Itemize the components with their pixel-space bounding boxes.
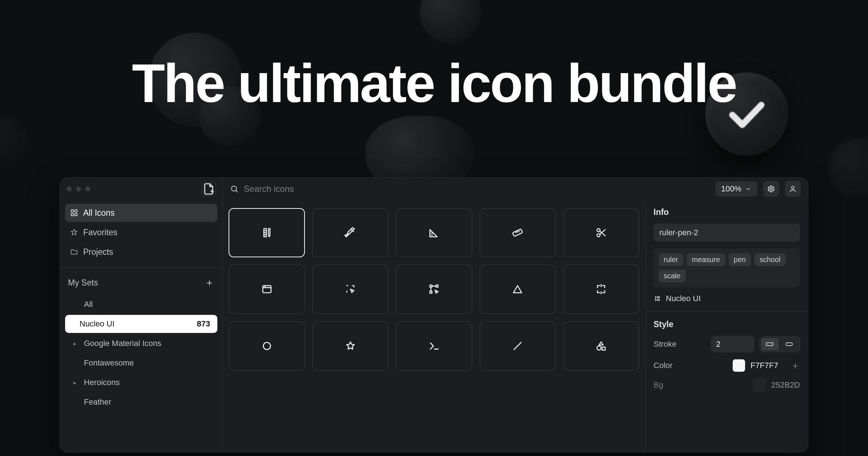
divider: [646, 311, 808, 312]
tag[interactable]: ruler: [659, 253, 683, 266]
add-set-button[interactable]: ＋: [204, 276, 214, 290]
sidebar-item-label: All Icons: [83, 208, 115, 218]
set-feather[interactable]: Feather: [65, 393, 217, 411]
icon-cell[interactable]: [312, 208, 388, 257]
icon-cell[interactable]: [563, 321, 639, 371]
tag[interactable]: school: [754, 253, 786, 266]
account-button[interactable]: [785, 181, 801, 197]
search-box[interactable]: [230, 184, 710, 194]
color-row: Color F7F7F7 ＋: [654, 359, 800, 372]
icon-cell[interactable]: [396, 208, 472, 257]
svg-rect-18: [658, 299, 660, 301]
svg-rect-17: [658, 297, 660, 298]
svg-point-6: [791, 186, 794, 189]
decor-blob: [0, 116, 29, 166]
svg-point-4: [231, 186, 237, 191]
svg-rect-1: [75, 210, 77, 212]
tag[interactable]: pen: [729, 253, 751, 266]
file-plus-icon: [202, 182, 216, 196]
bg-row: Bg 252B2D: [654, 379, 800, 392]
set-nucleo-ui[interactable]: Nucleo UI 873: [65, 315, 217, 333]
color-hex[interactable]: F7F7F7: [750, 361, 778, 370]
icon-cell[interactable]: [229, 321, 305, 371]
icon-cell[interactable]: [563, 265, 639, 314]
ruler-icon: [511, 227, 524, 239]
svg-rect-2: [71, 214, 73, 216]
settings-button[interactable]: [763, 181, 779, 197]
scissors-icon: [595, 227, 607, 239]
bg-hex[interactable]: 252B2D: [771, 380, 800, 390]
star-outline-icon: [344, 340, 357, 352]
svg-point-15: [263, 342, 271, 350]
icon-cell[interactable]: [312, 265, 388, 314]
sidebar-item-favorites[interactable]: Favorites: [65, 223, 217, 241]
color-label: Color: [654, 361, 673, 370]
iconset-link[interactable]: Nucleo UI: [654, 294, 800, 303]
sidebar-nav: All Icons Favorites Projects: [60, 200, 222, 267]
chevron-down-icon: [745, 186, 752, 192]
sidebar-item-all-icons[interactable]: All Icons: [65, 204, 217, 222]
bg-swatch[interactable]: [753, 379, 766, 392]
sidebar-item-projects[interactable]: Projects: [65, 243, 217, 261]
triangle-icon: [511, 283, 524, 295]
info-panel: Info ruler-pen-2 ruler measure pen schoo…: [645, 200, 808, 452]
icon-tags: ruler measure pen school scale: [654, 248, 800, 287]
add-color-button[interactable]: ＋: [791, 359, 800, 372]
sidebar-item-label: Projects: [83, 247, 113, 257]
cap-round[interactable]: [781, 338, 798, 350]
tag[interactable]: measure: [687, 253, 725, 266]
set-fontawesome[interactable]: Fontawesome: [65, 354, 217, 372]
search-input[interactable]: [244, 184, 710, 194]
circle-icon: [261, 340, 273, 352]
stroke-row: Stroke 2: [654, 336, 800, 352]
icon-cell[interactable]: [480, 265, 556, 314]
tree-icon: [654, 295, 661, 303]
tag[interactable]: scale: [659, 270, 686, 282]
icon-grid: [229, 208, 639, 371]
cap-butt[interactable]: [761, 338, 779, 350]
user-icon: [789, 185, 797, 193]
stroke-input[interactable]: 2: [711, 336, 754, 352]
svg-rect-19: [766, 343, 773, 346]
cap-style-toggle[interactable]: [760, 336, 800, 352]
icon-cell[interactable]: [480, 208, 556, 257]
svg-rect-20: [786, 343, 792, 346]
traffic-lights[interactable]: [67, 186, 90, 191]
stroke-label: Stroke: [654, 339, 677, 349]
main-area: 100%: [223, 178, 808, 452]
sidebar: All Icons Favorites Projects My Sets ＋ A…: [60, 178, 223, 452]
ruler-triangle-icon: [428, 227, 440, 239]
svg-point-5: [770, 188, 772, 190]
icon-cell[interactable]: [229, 208, 305, 257]
line-icon: [511, 340, 524, 352]
pencil-ruler-icon: [344, 227, 357, 239]
color-swatch[interactable]: [732, 359, 745, 372]
browser-icon: [261, 283, 273, 295]
icon-cell[interactable]: [229, 265, 305, 314]
search-icon: [230, 185, 239, 193]
app-window: All Icons Favorites Projects My Sets ＋ A…: [60, 177, 808, 452]
svg-point-16: [597, 346, 601, 350]
icon-cell[interactable]: [480, 321, 556, 371]
cap-butt-icon: [766, 342, 774, 347]
gear-icon: [767, 185, 775, 193]
svg-rect-0: [71, 210, 73, 212]
topbar: 100%: [223, 178, 808, 200]
sidebar-item-label: Favorites: [83, 228, 118, 237]
icon-cell[interactable]: [563, 208, 639, 257]
new-document-button[interactable]: [201, 182, 216, 196]
icon-name-field[interactable]: ruler-pen-2: [654, 224, 800, 242]
set-all[interactable]: All: [65, 295, 217, 313]
icon-cell[interactable]: [396, 321, 472, 371]
info-title: Info: [654, 207, 800, 217]
my-sets-header: My Sets ＋: [60, 267, 222, 295]
shapes-icon: [595, 340, 607, 352]
folder-icon: [70, 248, 78, 256]
zoom-dropdown[interactable]: 100%: [715, 181, 757, 197]
icon-cell[interactable]: [396, 265, 472, 314]
set-google-material[interactable]: ▸Google Material Icons: [65, 334, 217, 352]
icon-cell[interactable]: [312, 321, 388, 371]
svg-rect-3: [75, 214, 77, 216]
set-heroicons[interactable]: ▸Heroicons: [65, 373, 217, 392]
zoom-value: 100%: [721, 184, 741, 194]
